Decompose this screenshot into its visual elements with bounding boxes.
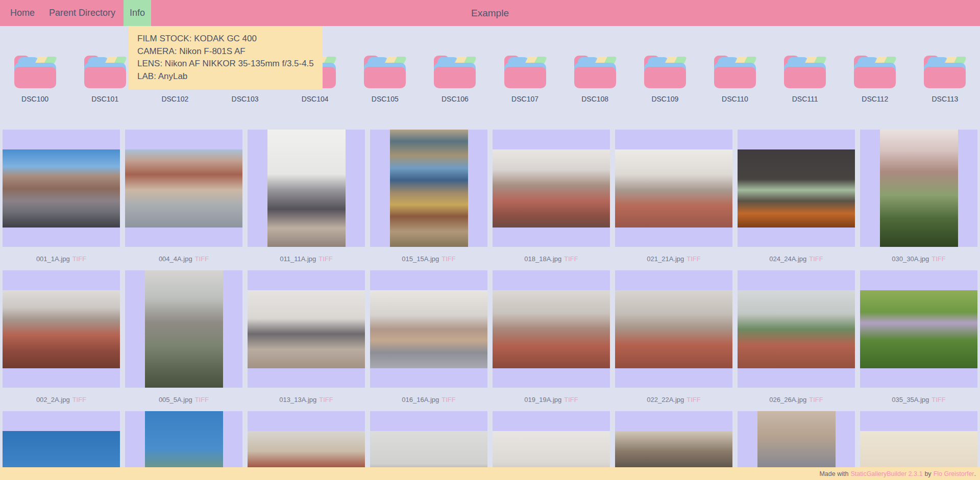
gallery-card[interactable]	[248, 130, 365, 247]
folder-icon	[924, 56, 966, 88]
folder-icon-part	[14, 67, 56, 88]
tiff-link[interactable]: TIFF	[564, 396, 578, 403]
folder-icon	[714, 56, 756, 88]
folder-icon-part	[364, 67, 406, 88]
gallery-item: 013_13A.jpgTIFF	[248, 270, 365, 411]
photo-caption: 024_24A.jpgTIFF	[738, 247, 855, 270]
folder-item[interactable]: DSC111	[770, 56, 840, 103]
tiff-link[interactable]: TIFF	[72, 396, 86, 403]
tiff-link[interactable]: TIFF	[564, 255, 578, 263]
gallery-card[interactable]	[738, 130, 855, 247]
gallery-card[interactable]	[3, 270, 120, 388]
folder-icon-part	[434, 67, 476, 88]
tiff-link[interactable]: TIFF	[319, 396, 333, 403]
tiff-link[interactable]: TIFF	[809, 255, 823, 263]
photo-filename: 005_5A.jpg	[159, 396, 192, 403]
photo-caption: 030_30A.jpgTIFF	[860, 247, 977, 270]
folder-icon	[854, 56, 896, 88]
tiff-link[interactable]: TIFF	[687, 255, 700, 263]
photo-thumbnail[interactable]	[493, 149, 610, 228]
photo-filename: 024_24A.jpg	[769, 255, 806, 263]
gallery-card[interactable]	[493, 130, 610, 247]
folder-icon-part	[784, 67, 826, 88]
gallery-item: 019_19A.jpgTIFF	[493, 270, 610, 411]
folder-item[interactable]: DSC108	[560, 56, 630, 103]
gallery-card[interactable]	[860, 270, 977, 388]
gallery-card[interactable]	[738, 270, 855, 388]
footer-made-with-text: Made with	[819, 470, 848, 477]
gallery-card[interactable]	[125, 130, 242, 247]
photo-filename: 018_18A.jpg	[524, 255, 561, 263]
photo-caption: 011_11A.jpgTIFF	[248, 247, 365, 270]
gallery-card[interactable]	[860, 130, 977, 247]
photo-thumbnail[interactable]	[738, 290, 855, 368]
photo-thumbnail[interactable]	[493, 290, 610, 368]
photo-thumbnail[interactable]	[3, 290, 120, 368]
nav-item-parent-directory[interactable]: Parent Directory	[43, 0, 121, 26]
photo-filename: 019_19A.jpg	[524, 396, 561, 403]
photo-thumbnail[interactable]	[615, 290, 732, 368]
tiff-link[interactable]: TIFF	[687, 396, 700, 403]
tiff-link[interactable]: TIFF	[318, 255, 332, 263]
folder-item[interactable]: DSC105	[350, 56, 420, 103]
photo-thumbnail[interactable]	[125, 149, 242, 228]
folder-icon-part	[504, 67, 546, 88]
photo-thumbnail[interactable]	[3, 149, 120, 228]
footer-link-static-gallery-builder[interactable]: StaticGalleryBuilder 2.3.1	[850, 470, 922, 477]
folder-label: DSC108	[581, 95, 608, 103]
tiff-link[interactable]: TIFF	[442, 396, 455, 403]
tiff-link[interactable]: TIFF	[932, 396, 945, 403]
tiff-link[interactable]: TIFF	[809, 396, 823, 403]
gallery-item: 002_2A.jpgTIFF	[3, 270, 120, 411]
gallery-item: 001_1A.jpgTIFF	[3, 130, 120, 270]
folder-label: DSC105	[372, 95, 399, 103]
gallery-card[interactable]	[370, 130, 487, 247]
folder-icon-part	[854, 67, 896, 88]
gallery-card[interactable]	[615, 270, 732, 388]
tooltip-line-lab: LAB: AnyLab	[137, 70, 314, 83]
tiff-link[interactable]: TIFF	[72, 255, 86, 263]
photo-thumbnail[interactable]	[390, 130, 468, 247]
folder-item[interactable]: DSC106	[420, 56, 490, 103]
nav-item-info[interactable]: Info	[124, 0, 151, 26]
folder-label: DSC109	[651, 95, 678, 103]
tiff-link[interactable]: TIFF	[932, 255, 945, 263]
folder-label: DSC111	[792, 95, 818, 103]
folder-item[interactable]: DSC100	[0, 56, 70, 103]
folder-item[interactable]: DSC107	[490, 56, 560, 103]
gallery-card[interactable]	[493, 270, 610, 388]
tiff-link[interactable]: TIFF	[195, 396, 209, 403]
footer-link-author[interactable]: Flo Greistorfer	[934, 470, 974, 477]
photo-caption: 021_21A.jpgTIFF	[615, 247, 732, 270]
folder-item[interactable]: DSC110	[700, 56, 770, 103]
photo-thumbnail[interactable]	[267, 130, 346, 247]
photo-thumbnail[interactable]	[738, 149, 855, 228]
gallery-card[interactable]	[3, 130, 120, 247]
photo-thumbnail[interactable]	[145, 270, 223, 388]
photo-thumbnail[interactable]	[860, 290, 977, 368]
photo-thumbnail[interactable]	[370, 290, 487, 368]
photo-thumbnail[interactable]	[248, 290, 365, 368]
photo-thumbnail[interactable]	[615, 149, 732, 228]
folder-item[interactable]: DSC109	[630, 56, 700, 103]
gallery-card[interactable]	[370, 270, 487, 388]
folder-item[interactable]: DSC112	[840, 56, 910, 103]
gallery-item: 035_35A.jpgTIFF	[860, 270, 977, 411]
tiff-link[interactable]: TIFF	[195, 255, 209, 263]
folder-icon-part	[644, 67, 686, 88]
footer: Made with StaticGalleryBuilder 2.3.1 by …	[0, 467, 980, 480]
gallery-item: 018_18A.jpgTIFF	[493, 130, 610, 270]
tiff-link[interactable]: TIFF	[442, 255, 455, 263]
gallery-card[interactable]	[248, 270, 365, 388]
folder-icon	[434, 56, 476, 88]
folder-icon	[784, 56, 826, 88]
folder-icon	[84, 56, 126, 88]
photo-thumbnail[interactable]	[880, 130, 958, 247]
gallery-card[interactable]	[615, 130, 732, 247]
gallery-item: 005_5A.jpgTIFF	[125, 270, 242, 411]
photo-filename: 026_26A.jpg	[769, 396, 806, 403]
nav-item-home[interactable]: Home	[4, 0, 41, 26]
gallery-item: 016_16A.jpgTIFF	[370, 270, 487, 411]
gallery-card[interactable]	[125, 270, 242, 388]
folder-item[interactable]: DSC113	[910, 56, 980, 103]
